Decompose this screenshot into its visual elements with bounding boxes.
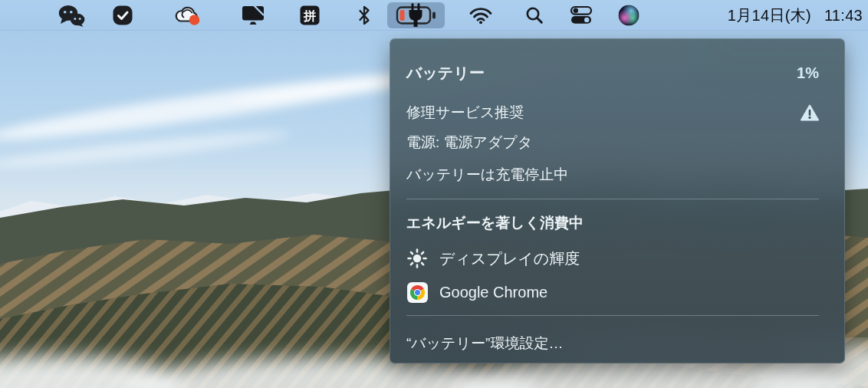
warning-triangle-icon: [801, 104, 819, 121]
desktop: 拼: [0, 0, 868, 388]
power-source-label: 電源: 電源アダプタ: [406, 133, 532, 153]
menu-divider: [406, 199, 819, 199]
display-icon[interactable]: [241, 5, 265, 26]
battery-preferences-label: “バッテリー”環境設定…: [406, 334, 563, 353]
menu-bar-clock[interactable]: 1月14日(木) 11:43: [728, 0, 863, 31]
battery-menu-extra[interactable]: [387, 2, 445, 28]
energy-header-label: エネルギーを著しく消費中: [406, 213, 584, 233]
clock-date: 1月14日(木): [728, 5, 811, 26]
wechat-icon[interactable]: [58, 4, 85, 27]
pinyin-input-icon[interactable]: 拼: [301, 5, 320, 25]
menu-item-charging-status: バッテリーは充電停止中: [406, 163, 819, 186]
control-center-icon[interactable]: [570, 5, 593, 25]
spotlight-icon[interactable]: [525, 5, 544, 25]
menu-item-battery-preferences[interactable]: “バッテリー”環境設定…: [406, 332, 819, 355]
menu-item-service-recommendation[interactable]: 修理サービス推奨: [406, 101, 819, 124]
energy-section-header: エネルギーを著しく消費中: [406, 212, 819, 235]
menu-divider: [406, 315, 819, 316]
wifi-icon[interactable]: [469, 6, 493, 25]
clock-time: 11:43: [824, 7, 863, 25]
service-recommendation-label: 修理サービス推奨: [406, 103, 524, 123]
charging-status-label: バッテリーは充電停止中: [406, 165, 568, 185]
menu-item-power-source: 電源: 電源アダプタ: [406, 131, 819, 154]
battery-menu-title-row: バッテリー 1%: [406, 61, 819, 84]
battery-percentage: 1%: [797, 64, 819, 82]
battery-menu-title: バッテリー: [406, 63, 485, 84]
siri-icon[interactable]: [619, 5, 639, 25]
siri-orb: [619, 5, 639, 25]
energy-item-label: Google Chrome: [439, 284, 547, 301]
tasks-checkmark-icon[interactable]: [113, 5, 133, 25]
energy-item-label: ディスプレイの輝度: [439, 248, 580, 269]
menu-item-display-brightness[interactable]: ディスプレイの輝度: [406, 247, 819, 270]
chrome-app-icon: [406, 281, 428, 303]
bluetooth-icon[interactable]: [357, 5, 371, 26]
battery-icon: [394, 2, 439, 29]
menu-bar: 拼: [0, 0, 868, 31]
battery-menu-panel: バッテリー 1% 修理サービス推奨 電源: 電源アダプタ バッテリーは充電停止中: [390, 38, 845, 363]
brightness-icon: [406, 248, 428, 269]
pinyin-badge: 拼: [301, 5, 320, 25]
cloud-sync-icon[interactable]: [174, 5, 202, 26]
menu-item-google-chrome[interactable]: Google Chrome: [406, 281, 819, 304]
